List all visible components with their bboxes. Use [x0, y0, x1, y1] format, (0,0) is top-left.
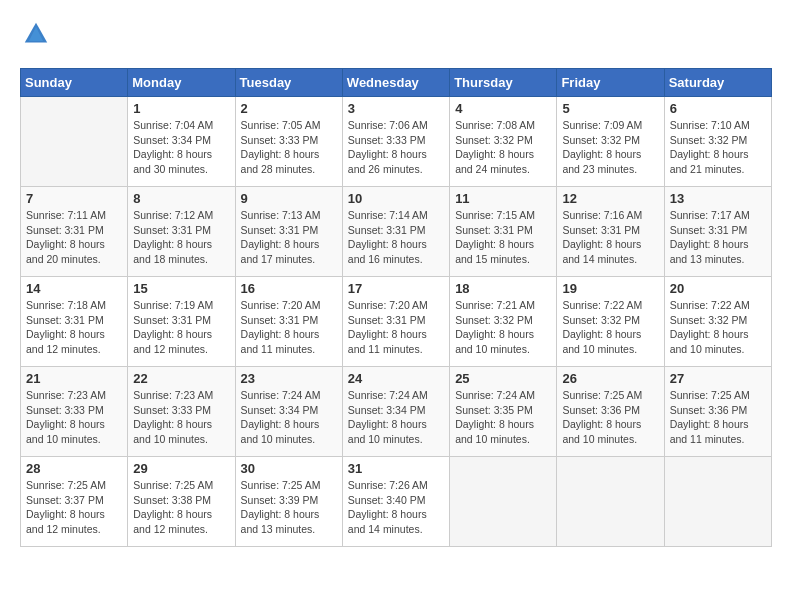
calendar-table: SundayMondayTuesdayWednesdayThursdayFrid… — [20, 68, 772, 547]
calendar-cell: 27Sunrise: 7:25 AM Sunset: 3:36 PM Dayli… — [664, 367, 771, 457]
calendar-cell: 25Sunrise: 7:24 AM Sunset: 3:35 PM Dayli… — [450, 367, 557, 457]
calendar-cell: 24Sunrise: 7:24 AM Sunset: 3:34 PM Dayli… — [342, 367, 449, 457]
column-header-wednesday: Wednesday — [342, 69, 449, 97]
day-number: 10 — [348, 191, 444, 206]
column-header-saturday: Saturday — [664, 69, 771, 97]
day-number: 13 — [670, 191, 766, 206]
day-number: 5 — [562, 101, 658, 116]
calendar-cell: 12Sunrise: 7:16 AM Sunset: 3:31 PM Dayli… — [557, 187, 664, 277]
calendar-cell: 18Sunrise: 7:21 AM Sunset: 3:32 PM Dayli… — [450, 277, 557, 367]
day-number: 6 — [670, 101, 766, 116]
day-info: Sunrise: 7:06 AM Sunset: 3:33 PM Dayligh… — [348, 118, 444, 177]
day-info: Sunrise: 7:20 AM Sunset: 3:31 PM Dayligh… — [241, 298, 337, 357]
day-info: Sunrise: 7:25 AM Sunset: 3:36 PM Dayligh… — [562, 388, 658, 447]
day-info: Sunrise: 7:20 AM Sunset: 3:31 PM Dayligh… — [348, 298, 444, 357]
day-number: 23 — [241, 371, 337, 386]
day-info: Sunrise: 7:10 AM Sunset: 3:32 PM Dayligh… — [670, 118, 766, 177]
day-number: 16 — [241, 281, 337, 296]
day-number: 22 — [133, 371, 229, 386]
calendar-cell: 17Sunrise: 7:20 AM Sunset: 3:31 PM Dayli… — [342, 277, 449, 367]
calendar-cell: 4Sunrise: 7:08 AM Sunset: 3:32 PM Daylig… — [450, 97, 557, 187]
calendar-cell: 10Sunrise: 7:14 AM Sunset: 3:31 PM Dayli… — [342, 187, 449, 277]
day-number: 31 — [348, 461, 444, 476]
day-number: 26 — [562, 371, 658, 386]
day-info: Sunrise: 7:14 AM Sunset: 3:31 PM Dayligh… — [348, 208, 444, 267]
day-info: Sunrise: 7:22 AM Sunset: 3:32 PM Dayligh… — [670, 298, 766, 357]
day-info: Sunrise: 7:17 AM Sunset: 3:31 PM Dayligh… — [670, 208, 766, 267]
logo-icon — [22, 20, 50, 48]
day-info: Sunrise: 7:25 AM Sunset: 3:37 PM Dayligh… — [26, 478, 122, 537]
day-info: Sunrise: 7:04 AM Sunset: 3:34 PM Dayligh… — [133, 118, 229, 177]
day-number: 30 — [241, 461, 337, 476]
calendar-cell: 16Sunrise: 7:20 AM Sunset: 3:31 PM Dayli… — [235, 277, 342, 367]
day-number: 18 — [455, 281, 551, 296]
day-info: Sunrise: 7:16 AM Sunset: 3:31 PM Dayligh… — [562, 208, 658, 267]
calendar-week-4: 21Sunrise: 7:23 AM Sunset: 3:33 PM Dayli… — [21, 367, 772, 457]
calendar-cell: 21Sunrise: 7:23 AM Sunset: 3:33 PM Dayli… — [21, 367, 128, 457]
day-info: Sunrise: 7:23 AM Sunset: 3:33 PM Dayligh… — [26, 388, 122, 447]
calendar-week-3: 14Sunrise: 7:18 AM Sunset: 3:31 PM Dayli… — [21, 277, 772, 367]
calendar-cell: 3Sunrise: 7:06 AM Sunset: 3:33 PM Daylig… — [342, 97, 449, 187]
calendar-week-5: 28Sunrise: 7:25 AM Sunset: 3:37 PM Dayli… — [21, 457, 772, 547]
day-number: 24 — [348, 371, 444, 386]
calendar-week-1: 1Sunrise: 7:04 AM Sunset: 3:34 PM Daylig… — [21, 97, 772, 187]
calendar-cell: 5Sunrise: 7:09 AM Sunset: 3:32 PM Daylig… — [557, 97, 664, 187]
day-number: 3 — [348, 101, 444, 116]
day-info: Sunrise: 7:24 AM Sunset: 3:35 PM Dayligh… — [455, 388, 551, 447]
day-info: Sunrise: 7:18 AM Sunset: 3:31 PM Dayligh… — [26, 298, 122, 357]
day-number: 28 — [26, 461, 122, 476]
day-info: Sunrise: 7:13 AM Sunset: 3:31 PM Dayligh… — [241, 208, 337, 267]
day-number: 15 — [133, 281, 229, 296]
calendar-cell: 14Sunrise: 7:18 AM Sunset: 3:31 PM Dayli… — [21, 277, 128, 367]
day-info: Sunrise: 7:25 AM Sunset: 3:38 PM Dayligh… — [133, 478, 229, 537]
calendar-cell: 11Sunrise: 7:15 AM Sunset: 3:31 PM Dayli… — [450, 187, 557, 277]
calendar-cell: 7Sunrise: 7:11 AM Sunset: 3:31 PM Daylig… — [21, 187, 128, 277]
calendar-cell — [557, 457, 664, 547]
calendar-cell: 31Sunrise: 7:26 AM Sunset: 3:40 PM Dayli… — [342, 457, 449, 547]
page-header — [20, 20, 772, 52]
calendar-cell: 22Sunrise: 7:23 AM Sunset: 3:33 PM Dayli… — [128, 367, 235, 457]
calendar-cell: 29Sunrise: 7:25 AM Sunset: 3:38 PM Dayli… — [128, 457, 235, 547]
day-info: Sunrise: 7:11 AM Sunset: 3:31 PM Dayligh… — [26, 208, 122, 267]
day-number: 17 — [348, 281, 444, 296]
calendar-cell: 19Sunrise: 7:22 AM Sunset: 3:32 PM Dayli… — [557, 277, 664, 367]
calendar-cell: 9Sunrise: 7:13 AM Sunset: 3:31 PM Daylig… — [235, 187, 342, 277]
day-info: Sunrise: 7:25 AM Sunset: 3:36 PM Dayligh… — [670, 388, 766, 447]
day-number: 1 — [133, 101, 229, 116]
calendar-cell: 23Sunrise: 7:24 AM Sunset: 3:34 PM Dayli… — [235, 367, 342, 457]
calendar-cell: 30Sunrise: 7:25 AM Sunset: 3:39 PM Dayli… — [235, 457, 342, 547]
calendar-cell: 8Sunrise: 7:12 AM Sunset: 3:31 PM Daylig… — [128, 187, 235, 277]
day-number: 7 — [26, 191, 122, 206]
day-info: Sunrise: 7:15 AM Sunset: 3:31 PM Dayligh… — [455, 208, 551, 267]
calendar-cell — [21, 97, 128, 187]
day-info: Sunrise: 7:21 AM Sunset: 3:32 PM Dayligh… — [455, 298, 551, 357]
day-number: 25 — [455, 371, 551, 386]
calendar-week-2: 7Sunrise: 7:11 AM Sunset: 3:31 PM Daylig… — [21, 187, 772, 277]
day-number: 27 — [670, 371, 766, 386]
calendar-cell: 20Sunrise: 7:22 AM Sunset: 3:32 PM Dayli… — [664, 277, 771, 367]
calendar-cell: 26Sunrise: 7:25 AM Sunset: 3:36 PM Dayli… — [557, 367, 664, 457]
calendar-cell: 1Sunrise: 7:04 AM Sunset: 3:34 PM Daylig… — [128, 97, 235, 187]
calendar-cell — [450, 457, 557, 547]
calendar-cell: 28Sunrise: 7:25 AM Sunset: 3:37 PM Dayli… — [21, 457, 128, 547]
calendar-cell — [664, 457, 771, 547]
day-info: Sunrise: 7:08 AM Sunset: 3:32 PM Dayligh… — [455, 118, 551, 177]
calendar-cell: 13Sunrise: 7:17 AM Sunset: 3:31 PM Dayli… — [664, 187, 771, 277]
day-number: 2 — [241, 101, 337, 116]
calendar-cell: 2Sunrise: 7:05 AM Sunset: 3:33 PM Daylig… — [235, 97, 342, 187]
logo — [20, 20, 56, 52]
day-number: 19 — [562, 281, 658, 296]
day-info: Sunrise: 7:23 AM Sunset: 3:33 PM Dayligh… — [133, 388, 229, 447]
day-number: 20 — [670, 281, 766, 296]
day-number: 4 — [455, 101, 551, 116]
day-info: Sunrise: 7:05 AM Sunset: 3:33 PM Dayligh… — [241, 118, 337, 177]
day-info: Sunrise: 7:22 AM Sunset: 3:32 PM Dayligh… — [562, 298, 658, 357]
day-number: 12 — [562, 191, 658, 206]
column-header-tuesday: Tuesday — [235, 69, 342, 97]
calendar-cell: 6Sunrise: 7:10 AM Sunset: 3:32 PM Daylig… — [664, 97, 771, 187]
day-number: 11 — [455, 191, 551, 206]
column-header-friday: Friday — [557, 69, 664, 97]
day-number: 14 — [26, 281, 122, 296]
day-info: Sunrise: 7:25 AM Sunset: 3:39 PM Dayligh… — [241, 478, 337, 537]
day-number: 21 — [26, 371, 122, 386]
